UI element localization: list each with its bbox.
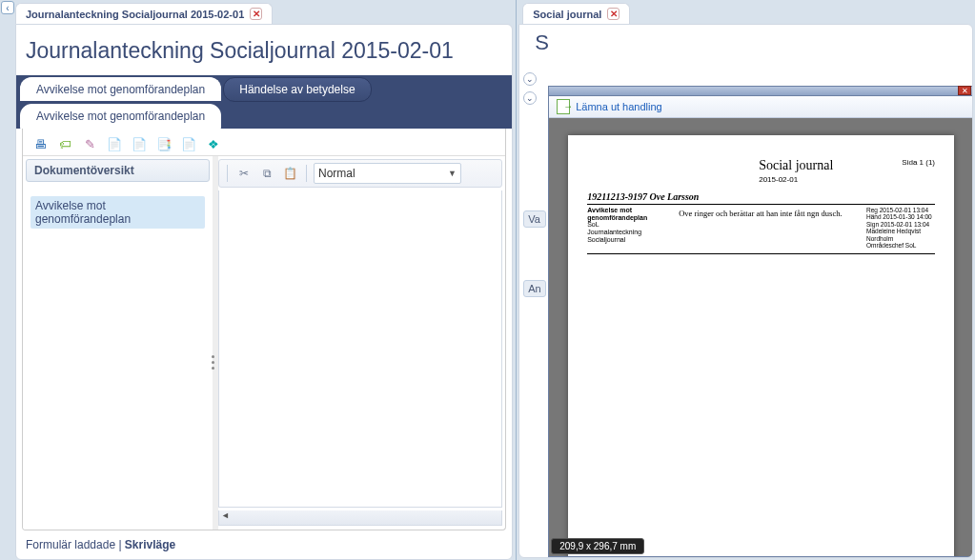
left-panel: Journalanteckning Socialjournal 2015-02-… <box>0 0 517 560</box>
paste-icon[interactable]: 📋 <box>280 164 299 183</box>
paragraph-style-select[interactable]: Normal ▼ <box>314 163 461 184</box>
toolbar-divider <box>227 165 228 182</box>
icon-toolbar: 🖶 🏷 ✎ 📄 📄 📑 📄 ❖ <box>23 129 505 155</box>
right-panel: Social journal ✕ S ⌄ ⌄ Va An ✕ Lämn <box>517 0 975 560</box>
rte-editor[interactable] <box>218 190 502 508</box>
window-close-icon[interactable]: ✕ <box>958 86 971 95</box>
entry-meta-line: Händ 2015-01-30 14:00 <box>866 213 935 220</box>
entry-cat-line: SoL <box>587 221 599 228</box>
sub-tabstrip: Avvikelse mot genomförandeplan <box>16 102 512 129</box>
cut-icon[interactable]: ✂ <box>234 164 254 183</box>
entry-text: Ove ringer och berättar att han inte fåt… <box>675 207 866 250</box>
paragraph-style-value: Normal <box>318 167 355 180</box>
page-dimensions-badge: 209,9 x 296,7 mm <box>551 538 644 554</box>
export-handling-link[interactable]: Lämna ut handling <box>576 101 662 112</box>
collapsed-section-label[interactable]: Va <box>523 210 545 228</box>
entry-meta: Reg 2015-02-01 13:04 Händ 2015-01-30 14:… <box>866 207 935 250</box>
splitter-handle[interactable] <box>209 343 216 381</box>
rte-toolbar: ✂ ⧉ 📋 Normal ▼ <box>218 159 502 188</box>
entry-cat-line: Avvikelse mot <box>587 207 675 214</box>
status-sep: | <box>115 538 125 551</box>
main-tabstrip: Avvikelse mot genomförandeplan Händelse … <box>16 75 512 102</box>
copy-doc-icon[interactable]: 📄 <box>181 136 196 151</box>
expand-section-icon[interactable]: ⌄ <box>523 72 537 86</box>
entry-cat-line: Journalanteckning Socialjournal <box>587 229 641 243</box>
subtab-avvikelse[interactable]: Avvikelse mot genomförandeplan <box>20 104 221 129</box>
edit-icon[interactable]: ✎ <box>82 136 97 151</box>
status-mode: Skrivläge <box>125 538 175 551</box>
entry-meta-line: Nordholm <box>866 235 935 242</box>
copy-icon[interactable]: ⧉ <box>257 164 276 183</box>
left-tab-row: Journalanteckning Socialjournal 2015-02-… <box>15 0 516 24</box>
toolbar-divider <box>306 165 307 182</box>
tab-journalanteckning[interactable]: Journalanteckning Socialjournal 2015-02-… <box>15 3 273 24</box>
refresh-icon[interactable]: ❖ <box>206 136 221 151</box>
tree-item-avvikelse[interactable]: Avvikelse mot genomförandeplan <box>30 196 205 229</box>
left-card: Journalanteckning Socialjournal 2015-02-… <box>15 24 513 560</box>
entry-cat-line: genomförandeplan <box>587 214 675 222</box>
collapsed-section-label[interactable]: An <box>523 280 545 297</box>
tab-handelse[interactable]: Händelse av betydelse <box>223 77 371 102</box>
close-icon[interactable]: ✕ <box>250 8 262 20</box>
viewer-toolbar: Lämna ut handling <box>549 96 973 118</box>
status-bar: Formulär laddade | Skrivläge <box>16 530 512 559</box>
history-icon[interactable]: 📑 <box>156 136 172 151</box>
new-doc-icon[interactable]: 📄 <box>107 136 122 151</box>
right-card: S ⌄ ⌄ Va An ✕ Lämna ut handling <box>518 24 973 558</box>
document-tree-header: Dokumentöversikt <box>26 159 210 182</box>
entry-meta-line: Reg 2015-02-01 13:04 <box>866 207 935 213</box>
entry-meta-line: Sign 2015-02-01 13:04 <box>866 221 935 228</box>
viewer-body[interactable]: Social journal 2015-02-01 Sida 1 (1) 192… <box>549 118 973 556</box>
document-viewer-window: ✕ Lämna ut handling Social journal 2015-… <box>548 86 973 557</box>
paper-page-number: Sida 1 (1) <box>902 158 935 167</box>
entry-meta-line: Områdeschef SoL <box>866 242 935 249</box>
close-icon[interactable]: ✕ <box>607 8 620 20</box>
viewer-titlebar[interactable]: ✕ <box>549 87 973 96</box>
tag-icon[interactable]: 🏷 <box>57 136 72 151</box>
right-tab-row: Social journal ✕ <box>517 0 975 24</box>
export-doc-icon <box>557 99 570 114</box>
rte-horizontal-scrollbar[interactable] <box>218 510 502 526</box>
page-title: Journalanteckning Socialjournal 2015-02-… <box>16 25 512 75</box>
delete-doc-icon[interactable]: 📄 <box>132 136 147 151</box>
status-text: Formulär laddade <box>26 538 115 551</box>
paper-date: 2015-02-01 <box>759 175 833 184</box>
document-tree: Dokumentöversikt Avvikelse mot genomföra… <box>23 156 218 530</box>
paper-person: 19211213-9197 Ove Larsson <box>587 191 935 205</box>
print-icon[interactable]: 🖶 <box>32 136 48 151</box>
rte-pane: ✂ ⧉ 📋 Normal ▼ <box>218 156 505 530</box>
tab-avvikelse[interactable]: Avvikelse mot genomförandeplan <box>20 77 221 101</box>
expand-section-icon[interactable]: ⌄ <box>523 91 537 105</box>
entry-meta-line: Madeleine Hedqvist <box>866 228 935 234</box>
paper-title: Social journal <box>759 158 833 173</box>
paper-page: Social journal 2015-02-01 Sida 1 (1) 192… <box>568 135 954 556</box>
tab-label: Social journal <box>533 9 601 20</box>
page-title-obscured: S <box>535 30 549 55</box>
entry-category: Avvikelse mot genomförandeplan SoL Journ… <box>587 207 675 250</box>
journal-entry: Avvikelse mot genomförandeplan SoL Journ… <box>587 207 935 254</box>
tab-social-journal[interactable]: Social journal ✕ <box>522 3 630 24</box>
tab-label: Journalanteckning Socialjournal 2015-02-… <box>26 9 244 20</box>
chevron-down-icon: ▼ <box>448 169 457 178</box>
